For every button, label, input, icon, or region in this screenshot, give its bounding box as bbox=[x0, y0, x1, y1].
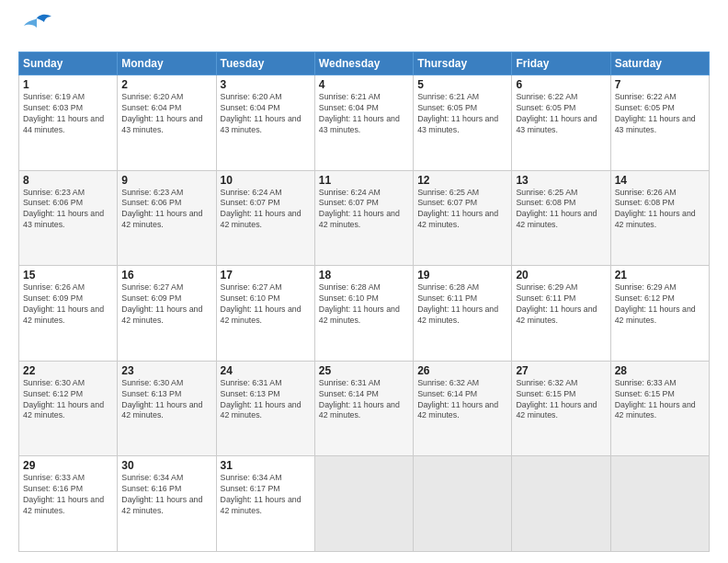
sunset-label: Sunset: 6:17 PM bbox=[221, 484, 280, 493]
day-detail: Sunrise: 6:34 AM Sunset: 6:16 PM Dayligh… bbox=[121, 473, 211, 517]
sunrise-label: Sunrise: 6:24 AM bbox=[319, 188, 381, 197]
sunset-label: Sunset: 6:16 PM bbox=[23, 484, 83, 493]
sunset-label: Sunset: 6:05 PM bbox=[516, 103, 575, 112]
day-number: 9 bbox=[121, 174, 211, 187]
sunrise-label: Sunrise: 6:30 AM bbox=[23, 378, 85, 387]
day-detail: Sunrise: 6:24 AM Sunset: 6:07 PM Dayligh… bbox=[221, 188, 311, 232]
day-detail: Sunrise: 6:22 AM Sunset: 6:05 PM Dayligh… bbox=[615, 92, 705, 136]
calendar-week-row: 15 Sunrise: 6:26 AM Sunset: 6:09 PM Dayl… bbox=[19, 266, 710, 362]
logo-bird-icon bbox=[20, 13, 53, 42]
sunrise-label: Sunrise: 6:23 AM bbox=[23, 188, 85, 197]
calendar-week-row: 8 Sunrise: 6:23 AM Sunset: 6:06 PM Dayli… bbox=[19, 170, 710, 266]
calendar-cell: 1 Sunrise: 6:19 AM Sunset: 6:03 PM Dayli… bbox=[19, 75, 118, 171]
sunrise-label: Sunrise: 6:32 AM bbox=[516, 378, 577, 387]
calendar-cell: 29 Sunrise: 6:33 AM Sunset: 6:16 PM Dayl… bbox=[19, 456, 118, 552]
sunset-label: Sunset: 6:09 PM bbox=[121, 293, 181, 303]
sunrise-label: Sunrise: 6:31 AM bbox=[221, 378, 282, 387]
col-monday: Monday bbox=[118, 52, 216, 75]
day-detail: Sunrise: 6:25 AM Sunset: 6:08 PM Dayligh… bbox=[516, 188, 606, 232]
daylight-label: Daylight: 11 hours and 43 minutes. bbox=[319, 114, 400, 134]
day-detail: Sunrise: 6:25 AM Sunset: 6:07 PM Dayligh… bbox=[417, 188, 507, 232]
sunrise-label: Sunrise: 6:29 AM bbox=[615, 282, 677, 292]
col-saturday: Saturday bbox=[610, 52, 709, 75]
sunrise-label: Sunrise: 6:21 AM bbox=[417, 92, 479, 101]
sunset-label: Sunset: 6:08 PM bbox=[615, 198, 675, 207]
day-detail: Sunrise: 6:20 AM Sunset: 6:04 PM Dayligh… bbox=[121, 92, 211, 136]
sunrise-label: Sunrise: 6:34 AM bbox=[121, 473, 183, 482]
daylight-label: Daylight: 11 hours and 44 minutes. bbox=[23, 114, 104, 134]
daylight-label: Daylight: 11 hours and 42 minutes. bbox=[417, 304, 498, 325]
sunset-label: Sunset: 6:04 PM bbox=[221, 103, 280, 112]
day-detail: Sunrise: 6:32 AM Sunset: 6:14 PM Dayligh… bbox=[417, 378, 507, 422]
day-number: 16 bbox=[121, 269, 211, 282]
daylight-label: Daylight: 11 hours and 42 minutes. bbox=[615, 304, 696, 325]
sunset-label: Sunset: 6:06 PM bbox=[23, 198, 83, 207]
sunrise-label: Sunrise: 6:28 AM bbox=[319, 282, 381, 292]
daylight-label: Daylight: 11 hours and 42 minutes. bbox=[23, 400, 104, 420]
day-number: 4 bbox=[319, 78, 409, 91]
page: Sunday Monday Tuesday Wednesday Thursday… bbox=[0, 0, 728, 563]
sunrise-label: Sunrise: 6:20 AM bbox=[121, 92, 183, 101]
calendar-cell: 18 Sunrise: 6:28 AM Sunset: 6:10 PM Dayl… bbox=[314, 266, 413, 362]
sunset-label: Sunset: 6:10 PM bbox=[221, 293, 280, 303]
calendar-cell: 9 Sunrise: 6:23 AM Sunset: 6:06 PM Dayli… bbox=[118, 170, 216, 266]
calendar-cell: 25 Sunrise: 6:31 AM Sunset: 6:14 PM Dayl… bbox=[314, 361, 413, 456]
daylight-label: Daylight: 11 hours and 42 minutes. bbox=[221, 304, 301, 325]
daylight-label: Daylight: 11 hours and 42 minutes. bbox=[23, 304, 104, 325]
day-number: 24 bbox=[221, 364, 311, 377]
day-number: 11 bbox=[319, 174, 409, 187]
sunset-label: Sunset: 6:16 PM bbox=[121, 484, 181, 493]
day-number: 22 bbox=[23, 364, 113, 377]
day-number: 6 bbox=[516, 78, 606, 91]
day-detail: Sunrise: 6:22 AM Sunset: 6:05 PM Dayligh… bbox=[516, 92, 606, 136]
day-detail: Sunrise: 6:19 AM Sunset: 6:03 PM Dayligh… bbox=[23, 92, 113, 136]
daylight-label: Daylight: 11 hours and 43 minutes. bbox=[516, 114, 597, 134]
col-tuesday: Tuesday bbox=[216, 52, 314, 75]
sunset-label: Sunset: 6:12 PM bbox=[615, 293, 675, 303]
daylight-label: Daylight: 11 hours and 43 minutes. bbox=[121, 114, 202, 134]
calendar-cell: 24 Sunrise: 6:31 AM Sunset: 6:13 PM Dayl… bbox=[216, 361, 314, 456]
col-sunday: Sunday bbox=[19, 52, 118, 75]
daylight-label: Daylight: 11 hours and 42 minutes. bbox=[319, 304, 400, 325]
calendar-week-row: 29 Sunrise: 6:33 AM Sunset: 6:16 PM Dayl… bbox=[19, 456, 710, 552]
calendar: Sunday Monday Tuesday Wednesday Thursday… bbox=[18, 52, 710, 552]
calendar-cell: 20 Sunrise: 6:29 AM Sunset: 6:11 PM Dayl… bbox=[512, 266, 610, 362]
calendar-cell: 12 Sunrise: 6:25 AM Sunset: 6:07 PM Dayl… bbox=[414, 170, 512, 266]
day-number: 17 bbox=[221, 269, 311, 282]
day-detail: Sunrise: 6:30 AM Sunset: 6:12 PM Dayligh… bbox=[23, 378, 113, 422]
header bbox=[18, 17, 710, 42]
day-number: 25 bbox=[319, 364, 409, 377]
daylight-label: Daylight: 11 hours and 42 minutes. bbox=[221, 209, 301, 229]
day-number: 13 bbox=[516, 174, 606, 187]
sunset-label: Sunset: 6:07 PM bbox=[417, 198, 477, 207]
day-detail: Sunrise: 6:26 AM Sunset: 6:08 PM Dayligh… bbox=[615, 188, 705, 232]
day-number: 27 bbox=[516, 364, 606, 377]
sunset-label: Sunset: 6:03 PM bbox=[23, 103, 83, 112]
sunrise-label: Sunrise: 6:28 AM bbox=[417, 282, 479, 292]
calendar-cell: 3 Sunrise: 6:20 AM Sunset: 6:04 PM Dayli… bbox=[216, 75, 314, 171]
daylight-label: Daylight: 11 hours and 42 minutes. bbox=[319, 209, 400, 229]
sunrise-label: Sunrise: 6:19 AM bbox=[23, 92, 85, 101]
day-number: 26 bbox=[417, 364, 507, 377]
day-detail: Sunrise: 6:21 AM Sunset: 6:04 PM Dayligh… bbox=[319, 92, 409, 136]
sunrise-label: Sunrise: 6:23 AM bbox=[121, 188, 183, 197]
calendar-cell: 11 Sunrise: 6:24 AM Sunset: 6:07 PM Dayl… bbox=[314, 170, 413, 266]
sunset-label: Sunset: 6:08 PM bbox=[516, 198, 575, 207]
calendar-cell: 23 Sunrise: 6:30 AM Sunset: 6:13 PM Dayl… bbox=[118, 361, 216, 456]
day-detail: Sunrise: 6:21 AM Sunset: 6:05 PM Dayligh… bbox=[417, 92, 507, 136]
day-number: 31 bbox=[221, 459, 311, 472]
sunset-label: Sunset: 6:14 PM bbox=[417, 389, 477, 398]
day-number: 29 bbox=[23, 459, 113, 472]
sunrise-label: Sunrise: 6:24 AM bbox=[221, 188, 282, 197]
header-row: Sunday Monday Tuesday Wednesday Thursday… bbox=[19, 52, 710, 75]
day-number: 28 bbox=[615, 364, 705, 377]
calendar-table: Sunday Monday Tuesday Wednesday Thursday… bbox=[18, 52, 710, 552]
sunset-label: Sunset: 6:07 PM bbox=[221, 198, 280, 207]
sunrise-label: Sunrise: 6:27 AM bbox=[221, 282, 282, 292]
calendar-cell: 28 Sunrise: 6:33 AM Sunset: 6:15 PM Dayl… bbox=[610, 361, 709, 456]
sunrise-label: Sunrise: 6:20 AM bbox=[221, 92, 282, 101]
calendar-cell: 31 Sunrise: 6:34 AM Sunset: 6:17 PM Dayl… bbox=[216, 456, 314, 552]
sunset-label: Sunset: 6:09 PM bbox=[23, 293, 83, 303]
calendar-cell: 2 Sunrise: 6:20 AM Sunset: 6:04 PM Dayli… bbox=[118, 75, 216, 171]
calendar-cell: 30 Sunrise: 6:34 AM Sunset: 6:16 PM Dayl… bbox=[118, 456, 216, 552]
